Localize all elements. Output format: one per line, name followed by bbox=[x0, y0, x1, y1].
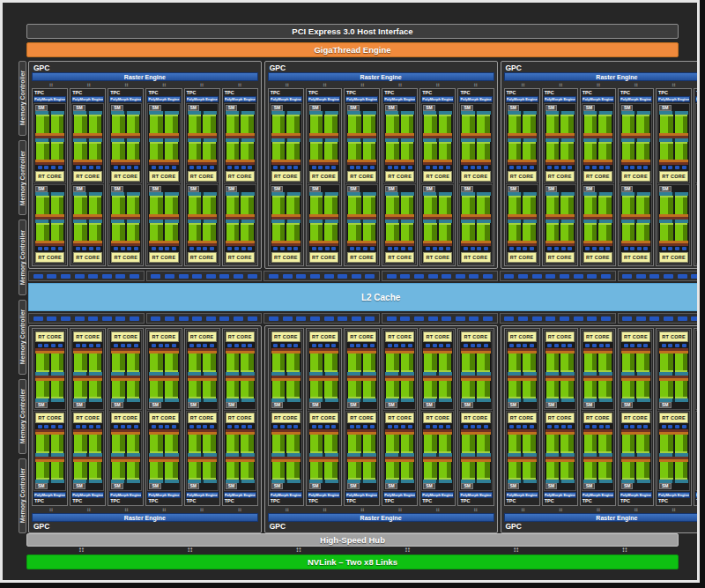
core-array bbox=[73, 142, 102, 160]
rt-core: RT CORE bbox=[508, 171, 537, 182]
core-column bbox=[165, 381, 178, 399]
rt-core: RT CORE bbox=[309, 252, 338, 263]
sm-label: SM bbox=[271, 186, 301, 192]
core-column bbox=[310, 196, 323, 214]
core-array bbox=[385, 462, 414, 480]
sm-label-text: SM bbox=[659, 186, 672, 192]
gpc-label: GPC bbox=[504, 522, 701, 531]
tex-dash bbox=[408, 425, 412, 428]
sm-core-block bbox=[659, 220, 688, 247]
tpc-label: TPC bbox=[506, 90, 538, 96]
sm-core-block bbox=[271, 111, 301, 138]
polymorph-engine-bar: PolyMorph Engine bbox=[147, 96, 180, 102]
tpc: TPCPolyMorph EngineSMRT CORESMRT CORE bbox=[344, 88, 380, 266]
tex-dash bbox=[568, 247, 572, 250]
tex-dash bbox=[325, 166, 330, 169]
gpc-label: GPC bbox=[504, 63, 701, 72]
polymorph-engine-bar: PolyMorph Engine bbox=[308, 492, 340, 498]
polymorph-engine-bar: PolyMorph Engine bbox=[109, 492, 142, 498]
core-array bbox=[226, 381, 255, 399]
tex-dash bbox=[530, 425, 534, 428]
up-down-arrow-icon: ↕↕ bbox=[419, 81, 456, 88]
tex-dash bbox=[599, 425, 604, 428]
l2-dash bbox=[248, 316, 257, 321]
core-column bbox=[508, 196, 522, 214]
core-array bbox=[659, 354, 688, 372]
l2-dash bbox=[269, 316, 278, 321]
core-array bbox=[545, 462, 575, 480]
tex-dash bbox=[312, 425, 316, 428]
tpc-label: TPC bbox=[383, 498, 416, 504]
sm-core-block bbox=[508, 376, 537, 403]
tex-dash bbox=[426, 166, 430, 169]
sm-label: SM bbox=[508, 402, 537, 408]
sm: SMRT CORE bbox=[506, 103, 538, 183]
sm-label-text: SM bbox=[621, 186, 634, 192]
core-column bbox=[150, 354, 163, 372]
sm-core-block bbox=[508, 220, 537, 247]
core-array bbox=[309, 381, 338, 399]
sm-label-text: SM bbox=[423, 186, 435, 192]
core-column bbox=[622, 354, 635, 372]
l2-dash bbox=[219, 274, 229, 279]
sm-core-block bbox=[226, 348, 255, 376]
tpc: TPCPolyMorph EngineSMRT CORESMRT CORE bbox=[184, 88, 220, 266]
sm-core-block bbox=[461, 376, 490, 403]
tex-dash bbox=[241, 344, 246, 347]
sm-core-block bbox=[508, 348, 537, 376]
sm-label-text: SM bbox=[508, 483, 520, 489]
tex-dash-row bbox=[659, 165, 688, 170]
core-array bbox=[309, 142, 338, 160]
tex-dash bbox=[127, 166, 131, 169]
core-column bbox=[477, 354, 490, 372]
l2-dash-group bbox=[618, 313, 700, 324]
sm-core-block bbox=[508, 192, 537, 220]
sm: SMRT CORE bbox=[582, 103, 614, 183]
tex-dash-row bbox=[73, 246, 102, 251]
rt-core: RT CORE bbox=[226, 331, 255, 342]
sm-core-block bbox=[697, 457, 700, 484]
core-column bbox=[584, 223, 597, 242]
sm-core-block bbox=[111, 111, 140, 138]
core-column bbox=[477, 223, 490, 242]
tpc-label: TPC bbox=[345, 90, 378, 96]
core-column bbox=[698, 435, 700, 453]
tpc-row: TPCPolyMorph EngineSMRT CORESMRT CORETPC… bbox=[504, 328, 701, 506]
tex-dash bbox=[165, 344, 169, 347]
core-column bbox=[598, 354, 612, 372]
rt-core: RT CORE bbox=[188, 413, 217, 423]
sm-label: SM bbox=[508, 105, 537, 111]
sm-core-block bbox=[271, 376, 301, 403]
sm: SMRT CORE bbox=[421, 411, 454, 491]
core-array bbox=[545, 381, 575, 399]
tpc-label: TPC bbox=[544, 498, 576, 504]
core-column bbox=[324, 115, 338, 133]
l2-dash bbox=[310, 274, 320, 279]
sm-label-text: SM bbox=[271, 483, 284, 489]
core-column bbox=[226, 462, 240, 480]
core-column bbox=[226, 435, 240, 453]
tex-dash-row bbox=[35, 165, 64, 170]
l2-dash bbox=[365, 274, 375, 279]
sm-label-text: SM bbox=[309, 186, 322, 192]
sm-label: SM bbox=[583, 483, 612, 489]
core-column bbox=[74, 462, 87, 480]
sm-core-block bbox=[423, 138, 452, 166]
sm-label-text: SM bbox=[73, 186, 85, 192]
tpc: TPCPolyMorph EngineSMRT CORESMRT CORE bbox=[457, 328, 494, 506]
tex-dash-row bbox=[423, 246, 452, 251]
up-down-arrow-icon: ↕↕ bbox=[404, 547, 410, 554]
core-column bbox=[598, 196, 612, 214]
tex-dash bbox=[38, 166, 42, 169]
tex-dash bbox=[477, 425, 481, 428]
tex-dash bbox=[38, 344, 42, 347]
sm-label: SM bbox=[73, 483, 102, 489]
core-column bbox=[363, 435, 376, 453]
tex-dash bbox=[273, 166, 278, 169]
core-array bbox=[423, 142, 452, 160]
sm-core-block bbox=[423, 429, 452, 457]
core-column bbox=[272, 115, 286, 133]
tex-dash bbox=[637, 166, 642, 169]
tex-dash bbox=[592, 247, 597, 250]
rt-core: RT CORE bbox=[659, 413, 688, 423]
